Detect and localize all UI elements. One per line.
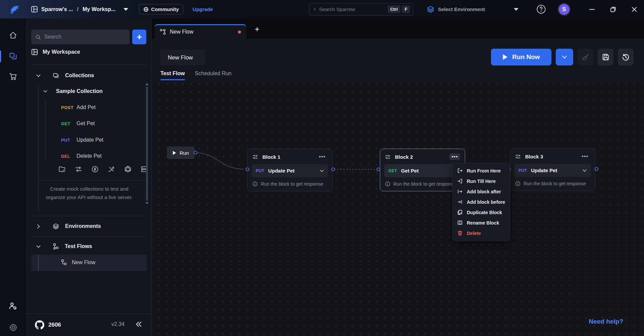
request-row-get-pet[interactable]: GET Get Pet [61, 118, 95, 129]
restore-button[interactable] [609, 6, 617, 13]
global-search-input[interactable] [319, 6, 386, 12]
request-row-delete-pet[interactable]: DEL Delete Pet [61, 151, 102, 161]
app-window: Sparrow's ... / My Worksp... Community U… [0, 0, 644, 336]
graphql-icon[interactable] [124, 165, 132, 173]
collections-header-row[interactable]: Collections [36, 69, 94, 82]
collections-label: Collections [65, 73, 94, 79]
breadcrumb-current[interactable]: My Worksp... [83, 6, 115, 12]
test-flows-row[interactable]: Test Flows [36, 240, 92, 252]
sidebar-flow-item-new-flow[interactable]: New Flow [60, 257, 95, 268]
rail-marketplace-button[interactable] [0, 68, 26, 85]
community-button[interactable]: Community [139, 4, 183, 14]
scrollbar-thumb[interactable] [146, 87, 148, 201]
run-output-port[interactable] [194, 151, 197, 154]
rest-api-icon[interactable] [75, 165, 82, 173]
menu-item-add-block-before[interactable]: Add block before [453, 197, 510, 207]
clear-canvas-button[interactable] [578, 49, 593, 65]
environments-row[interactable]: Environments [36, 220, 101, 232]
rail-settings-button[interactable] [0, 319, 26, 336]
sidebar-add-button[interactable]: + [132, 30, 146, 44]
block-request-select[interactable]: PUT Update Pet [252, 164, 328, 177]
minimize-button[interactable] [588, 6, 596, 13]
socket-icon[interactable] [91, 165, 99, 173]
scroll-up-arrow[interactable] [145, 83, 149, 85]
user-avatar[interactable]: S [558, 3, 571, 16]
block-request-select[interactable]: PUT Update Pet [514, 164, 591, 177]
sidebar-search-input[interactable] [44, 34, 126, 40]
avatar-initial: S [562, 6, 566, 13]
block1-input-port[interactable] [246, 167, 249, 171]
environment-caret-icon[interactable] [514, 8, 518, 11]
rail-collections-button[interactable] [0, 48, 26, 65]
run-till-here-icon [457, 178, 463, 184]
sample-collection-row[interactable]: Sample Collection [43, 86, 103, 97]
block-title: Block 3 [525, 154, 575, 159]
help-icon[interactable] [536, 4, 546, 14]
flow-block-1[interactable]: Block 1 ••• PUT Update Pet Run the block… [247, 149, 333, 191]
global-search[interactable]: Ctrl F [309, 3, 413, 15]
workspace-title-row[interactable]: My Workspace [31, 49, 80, 55]
environment-selector[interactable]: Select Environment [427, 0, 485, 18]
run-now-button[interactable]: Run Now [491, 49, 551, 65]
menu-item-rename-block[interactable]: Rename Block [453, 218, 510, 228]
community-label: Community [151, 6, 179, 12]
block-request-select[interactable]: GET Get Pet [384, 164, 461, 177]
environment-label: Select Environment [438, 6, 485, 12]
rail-community-button[interactable] [0, 298, 26, 315]
menu-item-label: Run From Here [467, 168, 501, 174]
rail-home-button[interactable] [0, 27, 26, 44]
menu-item-run-till-here[interactable]: Run Till Here [453, 176, 510, 186]
sidebar: + My Workspace Collections Sample Collec… [26, 18, 152, 336]
block-menu-button[interactable]: ••• [580, 153, 590, 160]
block-menu-button[interactable]: ••• [449, 153, 460, 160]
request-row-add-pet[interactable]: POST Add Pet [61, 102, 96, 113]
tab-scheduled-run[interactable]: Scheduled Run [195, 70, 232, 80]
breadcrumb-workspace[interactable]: Sparrow's ... [41, 6, 73, 12]
tab-new-flow[interactable]: New Flow [154, 24, 246, 39]
run-history-button[interactable] [618, 49, 634, 65]
upgrade-link[interactable]: Upgrade [193, 6, 213, 12]
run-start-node[interactable]: Run [167, 147, 194, 159]
chevron-down-icon [36, 73, 41, 78]
play-icon [502, 54, 508, 60]
top-bar: Sparrow's ... / My Worksp... Community U… [0, 0, 644, 18]
menu-item-add-block-after[interactable]: Add block after [453, 186, 510, 197]
sidebar-scrollbar[interactable] [145, 83, 149, 208]
websocket-icon[interactable] [108, 165, 115, 173]
collections-stack-icon [53, 73, 59, 79]
collapse-sidebar-icon[interactable] [134, 320, 143, 329]
header-actions: Run Now [491, 49, 634, 65]
info-icon [252, 181, 258, 187]
github-stars[interactable]: 2606 [35, 320, 61, 330]
workspace-dropdown-caret-icon[interactable] [123, 8, 128, 11]
sidebar-search[interactable] [31, 30, 130, 44]
block-menu-button[interactable]: ••• [317, 153, 328, 160]
close-button[interactable] [631, 6, 638, 13]
people-chat-icon [9, 302, 17, 310]
save-button[interactable] [598, 49, 613, 65]
request-row-update-pet[interactable]: PUT Update Pet [61, 135, 103, 145]
menu-item-duplicate-block[interactable]: Duplicate Block [453, 207, 510, 218]
block2-input-port[interactable] [377, 167, 380, 171]
menu-item-label: Add block before [467, 199, 505, 205]
new-tab-button[interactable]: + [252, 25, 262, 34]
main-area: New Flow + New Flow Run Now [152, 18, 644, 336]
layers-icon [53, 223, 59, 230]
block1-output-port[interactable] [331, 167, 335, 171]
block3-output-port[interactable] [595, 167, 598, 171]
flow-title-box[interactable]: New Flow [160, 50, 205, 65]
broom-icon [582, 53, 589, 61]
flow-item-label: New Flow [72, 259, 95, 266]
flow-canvas[interactable]: Run Block 1 ••• PUT Update Pet [152, 83, 644, 336]
menu-item-run-from-here[interactable]: Run From Here [453, 165, 510, 176]
flow-block-3[interactable]: Block 3 ••• PUT Update Pet Run the block… [510, 148, 595, 191]
tab-test-flow[interactable]: Test Flow [160, 70, 185, 80]
block-title: Block 1 [262, 154, 312, 160]
scroll-down-arrow[interactable] [145, 202, 149, 204]
add-folder-icon[interactable] [58, 165, 66, 173]
block-hint: Run the block to get response [393, 181, 456, 187]
request-name: Update Pet [531, 167, 578, 173]
divider [31, 216, 147, 216]
run-options-button[interactable] [556, 49, 573, 65]
menu-item-delete[interactable]: Delete [453, 228, 510, 238]
